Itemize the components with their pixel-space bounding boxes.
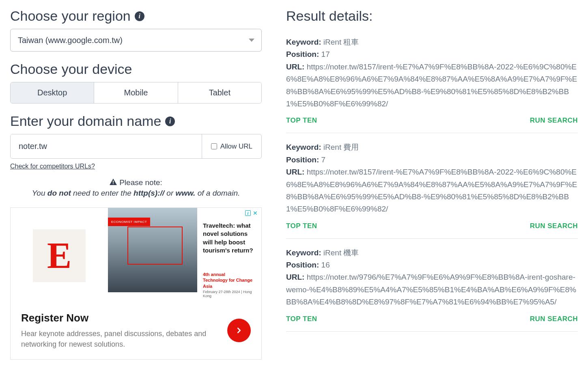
allow-url-label[interactable]: Allow URL: [202, 134, 261, 158]
ad-event: 4th annual Technology for Change Asia: [203, 272, 256, 289]
note-title: Please note:: [110, 178, 162, 187]
ad-image: ECONOMIST IMPACT: [108, 208, 197, 292]
ad-headline: Traveltech: what novel solutions will he…: [203, 222, 256, 255]
domain-input[interactable]: [11, 134, 202, 158]
result-keyword: Keyword: iRent 租車: [286, 36, 578, 48]
warning-icon: [110, 178, 117, 187]
result-item: Keyword: iRent 費用Position: 7URL: https:/…: [286, 141, 578, 238]
competitors-link[interactable]: Check for competitors URLs?: [10, 163, 95, 170]
ad-badge: ECONOMIST IMPACT: [108, 218, 150, 226]
allow-url-text: Allow URL: [220, 142, 252, 151]
result-url: URL: https://noter.tw/8157/irent-%E7%A7%…: [286, 61, 578, 110]
result-url: URL: https://noter.tw/8157/irent-%E7%A7%…: [286, 166, 578, 216]
device-heading: Choose your device: [10, 61, 262, 77]
device-tab-desktop[interactable]: Desktop: [11, 82, 94, 103]
device-heading-text: Choose your device: [10, 61, 132, 77]
ad-arrow-button[interactable]: [227, 319, 251, 342]
run-search-link[interactable]: RUN SEARCH: [530, 116, 578, 125]
device-tabs: Desktop Mobile Tablet: [10, 82, 262, 104]
ad-controls: i ✕: [245, 210, 258, 216]
ad-box[interactable]: E ECONOMIST IMPACT i ✕ Traveltech: what …: [10, 207, 262, 360]
region-select-wrapper: Taiwan (www.google.com.tw): [10, 29, 262, 52]
allow-url-checkbox[interactable]: [211, 143, 217, 149]
info-icon[interactable]: i: [135, 11, 144, 21]
region-select[interactable]: Taiwan (www.google.com.tw): [10, 29, 262, 52]
top-ten-link[interactable]: TOP TEN: [286, 116, 317, 125]
domain-heading: Enter your domain name i: [10, 113, 262, 129]
svg-rect-1: [113, 183, 114, 184]
domain-row: Allow URL: [10, 134, 262, 159]
top-ten-link[interactable]: TOP TEN: [286, 315, 317, 323]
adchoices-icon[interactable]: i: [245, 210, 251, 216]
svg-rect-0: [113, 181, 114, 183]
info-icon[interactable]: i: [165, 116, 175, 126]
region-heading: Choose your region i: [10, 8, 262, 24]
top-ten-link[interactable]: TOP TEN: [286, 222, 317, 230]
region-heading-text: Choose your region: [10, 8, 131, 24]
result-position: Position: 7: [286, 154, 578, 166]
result-url: URL: https://noter.tw/9796/%E7%A7%9F%E6%…: [286, 271, 578, 308]
results-heading: Result details:: [286, 8, 578, 24]
device-tab-tablet[interactable]: Tablet: [178, 82, 261, 103]
note-text: You do not need to enter the http(s):// …: [10, 189, 262, 198]
run-search-link[interactable]: RUN SEARCH: [530, 315, 578, 323]
ad-description: Hear keynote addresses, panel discussion…: [21, 328, 219, 349]
run-search-link[interactable]: RUN SEARCH: [530, 222, 578, 230]
result-item: Keyword: iRent 機車Position: 16URL: https:…: [286, 247, 578, 332]
result-position: Position: 16: [286, 259, 578, 271]
note-title-text: Please note:: [119, 178, 162, 187]
ad-logo: E: [11, 208, 108, 304]
note-block: Please note: You do not need to enter th…: [10, 178, 262, 198]
result-keyword: Keyword: iRent 機車: [286, 247, 578, 259]
close-ad-icon[interactable]: ✕: [252, 210, 258, 216]
device-tab-mobile[interactable]: Mobile: [94, 82, 178, 103]
result-item: Keyword: iRent 租車Position: 17URL: https:…: [286, 36, 578, 133]
result-position: Position: 17: [286, 48, 578, 60]
ad-register-title: Register Now: [21, 312, 219, 324]
ad-event-sub: February 27-28th 2024 | Hong Kong: [203, 290, 256, 298]
domain-heading-text: Enter your domain name: [10, 113, 161, 129]
result-keyword: Keyword: iRent 費用: [286, 141, 578, 153]
